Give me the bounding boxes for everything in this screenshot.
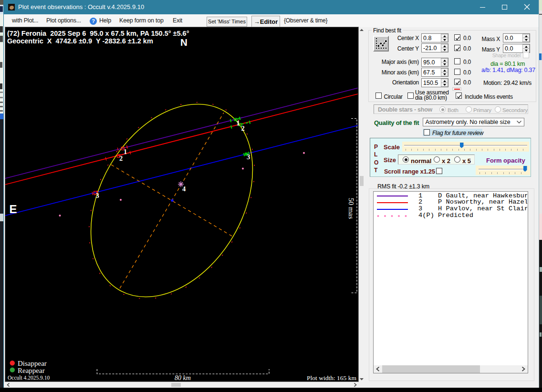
svg-text:2: 2	[119, 155, 123, 162]
svg-text:(72) Feronia 2025 Sep 6 95.0: (72) Feronia 2025 Sep 6 95.0 x 67.5 km, …	[7, 30, 189, 37]
svg-text:4: 4	[182, 185, 186, 193]
svg-text:Plot width: 165 km: Plot width: 165 km	[307, 374, 356, 382]
svg-text:3: 3	[96, 192, 99, 199]
svg-text:2: 2	[241, 124, 245, 132]
svg-text:1: 1	[237, 119, 240, 127]
svg-text:E: E	[10, 203, 17, 216]
svg-text:1: 1	[124, 148, 127, 155]
svg-text:N: N	[180, 37, 188, 48]
svg-text:Reappear: Reappear	[18, 367, 45, 374]
svg-text:Occult 4.2025.9.10: Occult 4.2025.9.10	[8, 375, 50, 381]
svg-text:3: 3	[247, 153, 250, 161]
svg-text:Geocentric X 4742.6 ±0.9 Y: Geocentric X 4742.6 ±0.9 Y -2832.6 ±1.2 …	[7, 37, 153, 45]
svg-text:50 mas: 50 mas	[347, 198, 355, 219]
svg-text:80 km: 80 km	[175, 374, 191, 382]
